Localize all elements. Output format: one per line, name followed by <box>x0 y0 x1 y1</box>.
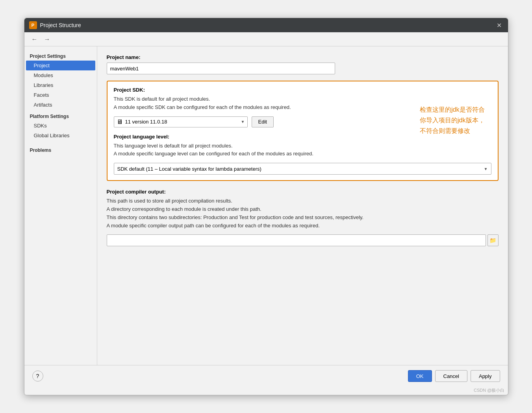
project-settings-label: Project Settings <box>24 51 97 61</box>
dialog-body: Project Settings Project Modules Librari… <box>24 46 508 365</box>
compiler-title: Project compiler output: <box>107 189 499 195</box>
back-button[interactable]: ← <box>29 35 40 44</box>
sdk-title: Project SDK: <box>114 87 491 93</box>
project-name-input[interactable] <box>107 63 335 74</box>
project-name-label: Project name: <box>107 54 499 60</box>
problems-label: Problems <box>24 140 97 155</box>
help-button[interactable]: ? <box>32 371 43 382</box>
sdk-dropdown-arrow: ▼ <box>241 120 245 124</box>
sdk-desc: This SDK is default for all project modu… <box>114 95 491 112</box>
sidebar-item-project[interactable]: Project <box>26 61 95 70</box>
project-structure-dialog: P Project Structure ✕ ← → Project Settin… <box>24 18 508 395</box>
sidebar-item-global-libraries[interactable]: Global Libraries <box>24 131 97 140</box>
sidebar: Project Settings Project Modules Librari… <box>24 46 97 365</box>
compiler-desc: This path is used to store all project c… <box>107 197 499 230</box>
lang-dropdown-arrow: ▼ <box>484 167 488 171</box>
ok-button[interactable]: OK <box>408 370 432 382</box>
sidebar-item-facets[interactable]: Facets <box>24 90 97 100</box>
lang-title: Project language level: <box>114 134 491 140</box>
sdk-edit-button[interactable]: Edit <box>252 116 274 127</box>
footer: ? OK Cancel Apply <box>24 365 508 387</box>
lang-dropdown[interactable]: SDK default (11 – Local variable syntax … <box>114 163 491 175</box>
sdk-dropdown[interactable]: 🖥 11 version 11.0.18 ▼ <box>114 116 248 127</box>
nav-bar: ← → <box>24 32 508 46</box>
close-button[interactable]: ✕ <box>495 21 503 29</box>
sdk-icon: 🖥 <box>117 118 123 125</box>
cancel-button[interactable]: Cancel <box>435 370 467 382</box>
app-icon: P <box>29 21 37 29</box>
sdk-row: 🖥 11 version 11.0.18 ▼ Edit <box>114 116 491 127</box>
sidebar-item-sdks[interactable]: SDKs <box>24 121 97 131</box>
folder-browse-button[interactable]: 📁 <box>488 234 499 246</box>
forward-button[interactable]: → <box>42 35 53 44</box>
sdk-language-box: Project SDK: This SDK is default for all… <box>107 81 499 181</box>
sidebar-item-libraries[interactable]: Libraries <box>24 80 97 90</box>
platform-settings-label: Platform Settings <box>24 110 97 121</box>
dialog-title: Project Structure <box>40 22 81 28</box>
title-bar: P Project Structure ✕ <box>24 18 508 32</box>
lang-desc: This language level is default for all p… <box>114 142 491 159</box>
compiler-output-input[interactable] <box>107 234 486 246</box>
apply-button[interactable]: Apply <box>471 370 500 382</box>
watermark: CSDN @极小白 <box>24 387 508 395</box>
title-bar-left: P Project Structure <box>29 21 81 29</box>
sdk-value: 11 version 11.0.18 <box>125 119 167 125</box>
lang-value: SDK default (11 – Local variable syntax … <box>117 166 261 172</box>
sidebar-item-modules[interactable]: Modules <box>24 70 97 80</box>
compiler-section: Project compiler output: This path is us… <box>107 189 499 246</box>
sidebar-item-artifacts[interactable]: Artifacts <box>24 100 97 110</box>
sdk-select-inner: 🖥 11 version 11.0.18 <box>117 118 167 125</box>
main-content: Project name: Project SDK: This SDK is d… <box>97 46 508 365</box>
compiler-input-row: 📁 <box>107 234 499 246</box>
